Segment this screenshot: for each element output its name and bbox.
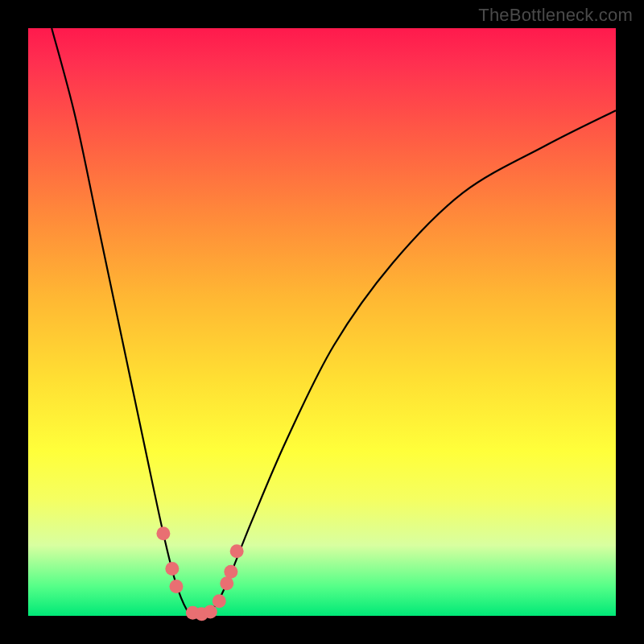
watermark-text: TheBottleneck.com	[478, 5, 633, 26]
data-marker	[220, 576, 233, 590]
curve-layer	[52, 28, 616, 617]
data-marker	[165, 562, 179, 576]
data-marker	[169, 580, 183, 593]
data-marker	[224, 565, 237, 579]
marker-layer	[156, 526, 243, 621]
chart-svg	[28, 28, 616, 616]
bottleneck-curve	[52, 28, 616, 617]
data-marker	[213, 594, 226, 608]
data-marker	[230, 544, 244, 558]
data-marker	[204, 605, 217, 618]
data-marker	[156, 526, 170, 540]
plot-area	[28, 28, 616, 616]
chart-frame: TheBottleneck.com	[0, 0, 644, 644]
